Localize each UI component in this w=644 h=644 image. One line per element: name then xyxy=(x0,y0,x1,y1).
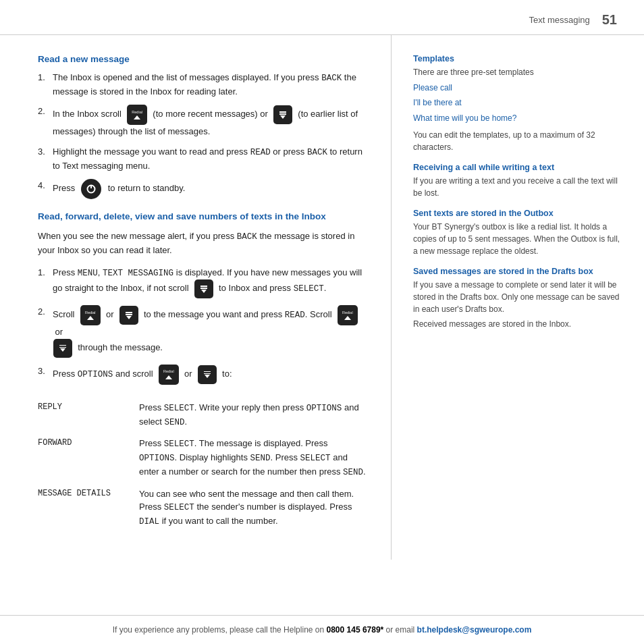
section2-title: Read, forward, delete, view and save num… xyxy=(38,211,367,221)
section2-steps: 1. Press MENU, TEXT MESSAGING is display… xyxy=(38,266,367,385)
nav-down-icon-4 xyxy=(53,339,72,358)
right-column: Templates There are three pre-set templa… xyxy=(392,35,644,560)
sidebar-receiving-text: If you are writing a text and you receiv… xyxy=(413,175,622,199)
section2-intro: When you see the new message alert, if y… xyxy=(38,230,367,258)
step-2-1: 1. Press MENU, TEXT MESSAGING is display… xyxy=(38,266,367,299)
sidebar-title-outbox: Sent texts are stored in the Outbox xyxy=(413,209,622,218)
standby-icon xyxy=(81,179,101,199)
step-2-2: 2. Scroll Redial or to the message you w… xyxy=(38,305,367,358)
redial-up-icon-3: Redial xyxy=(338,305,358,325)
sidebar-template-3: What time will you be home? xyxy=(413,111,622,125)
option-forward: FORWARD Press SELECT. The message is dis… xyxy=(38,433,367,483)
step-1-2: 2. In the Inbox scroll Redial (to more r… xyxy=(38,105,367,138)
sidebar-title-receiving: Receiving a call while writing a text xyxy=(413,163,622,172)
footer-phone: 0800 145 6789* xyxy=(327,625,384,635)
nav-down-icon-3 xyxy=(119,306,138,325)
option-val-details: You can see who sent the message and the… xyxy=(139,483,367,533)
sidebar-title-templates: Templates xyxy=(413,54,622,63)
page-footer: If you experience any problems, please c… xyxy=(0,615,644,644)
footer-middle: or email xyxy=(386,625,417,635)
option-message-details: MESSAGE DETAILS You can see who sent the… xyxy=(38,483,367,533)
sidebar-templates-desc: There are three pre-set templates xyxy=(413,66,622,78)
redial-up-icon-2: Redial xyxy=(80,305,101,325)
content-area: Read a new message 1. The Inbox is opene… xyxy=(0,35,644,560)
nav-down-icon-2 xyxy=(194,279,213,298)
sidebar-title-drafts: Saved messages are stored in the Drafts … xyxy=(413,267,622,276)
option-key-forward: FORWARD xyxy=(38,433,139,483)
sidebar-templates-note: You can edit the templates, up to a maxi… xyxy=(413,129,622,153)
nav-down-icon-5 xyxy=(198,365,217,384)
footer-text: If you experience any problems, please c… xyxy=(113,625,327,635)
page-number: 51 xyxy=(602,12,617,28)
step-1-1: 1. The Inbox is opened and the list of m… xyxy=(38,71,367,98)
options-table: REPLY Press SELECT. Write your reply the… xyxy=(38,397,367,533)
redial-up-icon: Redial xyxy=(127,105,147,125)
option-key-reply: REPLY xyxy=(38,397,139,433)
left-column: Read a new message 1. The Inbox is opene… xyxy=(0,35,392,560)
section-label: Text messaging xyxy=(529,15,589,25)
option-val-reply: Press SELECT. Write your reply then pres… xyxy=(139,397,367,433)
option-val-forward: Press SELECT. The message is displayed. … xyxy=(139,433,367,483)
step-2-3: 3. Press OPTIONS and scroll Redial or to… xyxy=(38,365,367,385)
sidebar-drafts-text2: Received messages are stored in the Inbo… xyxy=(413,318,622,330)
nav-down-icon xyxy=(273,105,292,124)
sidebar-outbox-text: Your BT Synergy's outbox is like a redia… xyxy=(413,221,622,257)
step-1-4: 4. Press to return to standby. xyxy=(38,179,367,199)
option-reply: REPLY Press SELECT. Write your reply the… xyxy=(38,397,367,433)
option-key-details: MESSAGE DETAILS xyxy=(38,483,139,533)
section1-steps: 1. The Inbox is opened and the list of m… xyxy=(38,71,367,199)
page-header: Text messaging 51 xyxy=(0,0,644,35)
redial-up-icon-4: Redial xyxy=(159,365,179,385)
sidebar-template-1: Please call xyxy=(413,81,622,95)
sidebar-drafts-text1: If you save a message to complete or sen… xyxy=(413,279,622,315)
footer-email: bt.helpdesk@sgweurope.com xyxy=(417,625,532,635)
sidebar-template-2: I'll be there at xyxy=(413,96,622,109)
step-1-3: 3. Highlight the message you want to rea… xyxy=(38,145,367,172)
section1-title: Read a new message xyxy=(38,54,367,64)
